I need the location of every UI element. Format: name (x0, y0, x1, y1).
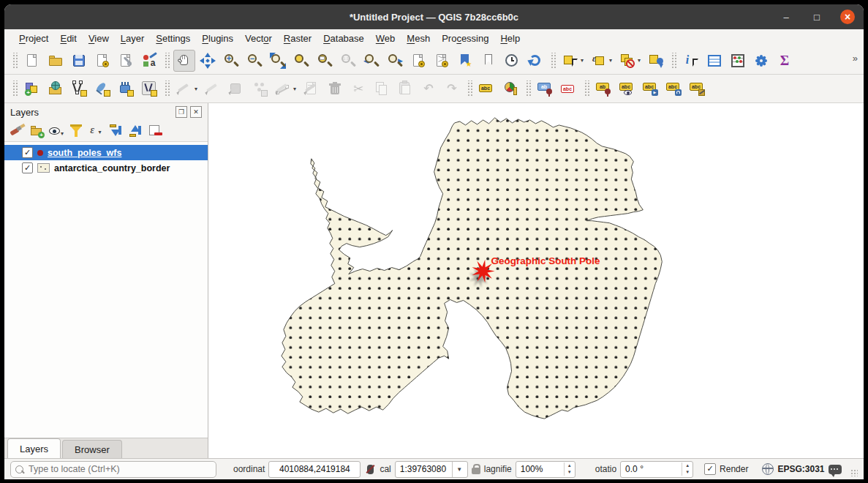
rotation-spin-buttons[interactable]: ▲▼ (682, 463, 692, 476)
menu-view[interactable]: View (83, 31, 115, 45)
title-bar[interactable]: *Untitled Project — QGIS 7b28cc6b0c – □ … (4, 4, 864, 29)
vertex-tool-dropdown-icon[interactable]: ▾ (293, 86, 300, 92)
layer-item-south_poles_wfs[interactable]: ✓south_poles_wfs (4, 145, 208, 160)
current-edits-dropdown-icon[interactable]: ▾ (195, 86, 201, 92)
messages-icon[interactable] (829, 465, 842, 474)
new-spatial-bookmark-button[interactable]: ★ (454, 50, 476, 72)
add-virtual-layer-button[interactable] (138, 78, 160, 100)
collapse-all-button[interactable] (127, 122, 145, 140)
extents-toggle-icon[interactable] (364, 463, 376, 475)
open-project-button[interactable] (45, 50, 67, 72)
rotate-label-button[interactable]: abc (663, 78, 685, 100)
locator-box[interactable] (10, 461, 216, 478)
toolbar-overflow-button[interactable]: » (853, 53, 858, 64)
magnifier-spinbox[interactable]: 100% ▲▼ (516, 461, 575, 478)
pin-labels-button[interactable]: ab (593, 78, 615, 100)
crs-status[interactable]: EPSG:3031 (777, 464, 824, 474)
magnifier-spin-buttons[interactable]: ▲▼ (564, 463, 575, 476)
maximize-button[interactable]: □ (809, 10, 824, 24)
filter-legend-button[interactable] (68, 122, 86, 140)
open-attribute-table-button[interactable] (703, 50, 725, 72)
pin-unpin-labels-blue-button[interactable]: ab (535, 78, 556, 100)
menu-help[interactable]: Help (494, 31, 526, 45)
refresh-map-button[interactable] (524, 50, 546, 72)
menu-layer[interactable]: Layer (115, 31, 151, 45)
lock-scale-icon[interactable] (472, 468, 480, 474)
layer-diagram-options-button[interactable] (499, 78, 521, 100)
zoom-last-button[interactable]: ◀ (361, 50, 382, 72)
zoom-in-button[interactable]: + (220, 50, 242, 72)
tab-browser[interactable]: Browser (62, 440, 122, 458)
menu-raster[interactable]: Raster (278, 31, 317, 45)
minimize-button[interactable]: – (779, 10, 793, 24)
crs-globe-icon[interactable] (762, 463, 774, 475)
menu-database[interactable]: Database (317, 31, 370, 45)
open-data-source-manager-button[interactable]: + (21, 78, 43, 100)
layer-labeling-options-button[interactable]: abc (476, 78, 498, 100)
open-layer-styling-button[interactable] (9, 122, 26, 140)
show-sum-statistics-button[interactable]: Σ (774, 50, 796, 72)
menu-mesh[interactable]: Mesh (401, 31, 436, 45)
add-group-button[interactable]: + (29, 122, 46, 140)
add-raster-layer-button[interactable] (45, 78, 67, 100)
filter-by-expression-button[interactable]: ε▾ (88, 122, 105, 140)
select-features-button[interactable] (559, 50, 581, 72)
add-vector-layer-button[interactable] (68, 78, 90, 100)
manage-map-themes-button[interactable]: ▾ (48, 122, 66, 140)
new-from-template-button[interactable] (91, 50, 113, 72)
close-button[interactable]: × (840, 10, 855, 24)
menu-web[interactable]: Web (370, 31, 401, 45)
coordinate-box[interactable]: 4010884,2419184 (268, 461, 361, 478)
layer-item-antarctica_country_border[interactable]: ✓antarctica_country_border (4, 160, 208, 176)
render-checkbox[interactable]: ✓ (704, 463, 716, 475)
scale-dropdown-icon[interactable]: ▼ (452, 462, 466, 477)
new-project-button[interactable] (21, 50, 43, 72)
show-hidden-labels-button[interactable]: abc (616, 78, 638, 100)
panel-float-icon[interactable]: ❐ (176, 106, 187, 118)
remove-layer-group-button[interactable] (147, 122, 165, 140)
show-spatial-bookmarks-button[interactable] (478, 50, 499, 72)
layer-visibility-checkbox[interactable]: ✓ (22, 147, 33, 158)
style-manager-button[interactable]: a (138, 50, 160, 72)
menu-processing[interactable]: Processing (436, 31, 494, 45)
identify-features-button[interactable]: i (680, 50, 702, 72)
processing-toolbox-button[interactable] (750, 50, 772, 72)
select-features-dropdown-icon[interactable]: ▾ (581, 57, 587, 64)
save-project-button[interactable] (68, 50, 90, 72)
zoom-to-layer-button[interactable] (314, 50, 336, 72)
zoom-full-extent-button[interactable] (267, 50, 289, 72)
panel-close-icon[interactable]: ✕ (190, 106, 202, 118)
zoom-next-button[interactable]: ▶ (384, 50, 406, 72)
new-3d-map-view-button[interactable] (431, 50, 453, 72)
zoom-out-button[interactable]: − (244, 50, 265, 72)
select-by-location-button[interactable] (645, 50, 667, 72)
map-canvas[interactable]: Geographic South Pole (208, 103, 864, 458)
menu-vector[interactable]: Vector (239, 31, 278, 45)
pan-map-button[interactable] (173, 50, 195, 72)
rotation-spinbox[interactable]: 0.0 ° ▲▼ (620, 461, 693, 478)
deselect-all-dropdown-icon[interactable]: ▾ (638, 57, 644, 64)
temporal-controller-button[interactable] (501, 50, 523, 72)
locator-input[interactable] (27, 463, 191, 475)
menu-project[interactable]: Project (13, 31, 54, 45)
add-spatialite-layer-button[interactable] (91, 78, 113, 100)
select-by-expression-dropdown-icon[interactable]: ▾ (609, 57, 616, 64)
project-properties-button[interactable] (115, 50, 137, 72)
select-by-expression-button[interactable]: ε (588, 50, 610, 72)
add-mesh-layer-button[interactable] (115, 78, 137, 100)
statistical-summary-button[interactable] (727, 50, 749, 72)
tab-layers[interactable]: Layers (7, 438, 61, 458)
menu-settings[interactable]: Settings (150, 31, 196, 45)
menu-plugins[interactable]: Plugins (196, 31, 239, 45)
highlight-pinned-labels-button[interactable]: abc (558, 78, 580, 100)
layer-visibility-checkbox[interactable]: ✓ (22, 162, 33, 173)
menu-edit[interactable]: Edit (54, 31, 82, 45)
new-map-view-button[interactable] (407, 50, 429, 72)
scale-combobox[interactable]: 1:39763080 ▼ (395, 461, 468, 478)
resize-grip[interactable] (850, 469, 858, 476)
move-label-button[interactable]: abc▶ (640, 78, 662, 100)
change-label-properties-button[interactable]: abc (687, 78, 709, 100)
pan-to-selection-button[interactable] (197, 50, 219, 72)
expand-all-button[interactable] (107, 122, 125, 140)
deselect-all-button[interactable] (616, 50, 638, 72)
